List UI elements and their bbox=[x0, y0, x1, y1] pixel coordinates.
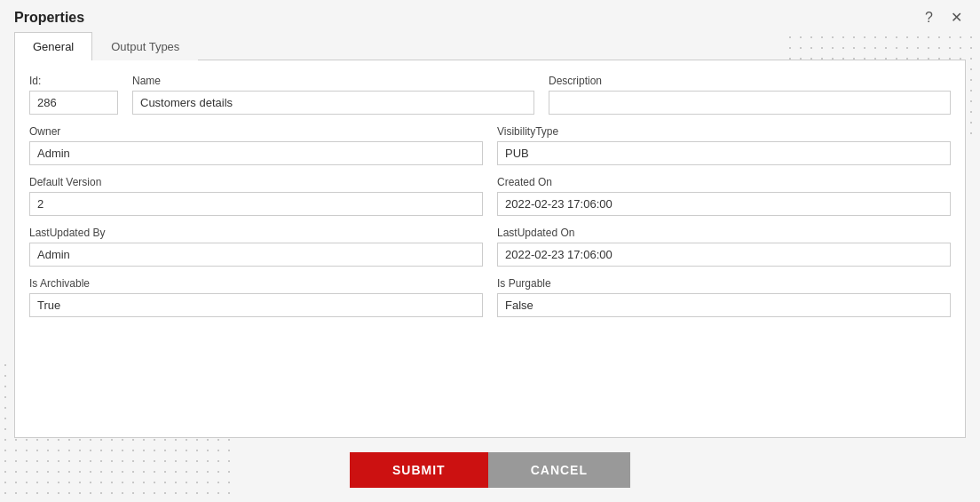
dialog-wrapper: Properties ? ✕ General Output Types bbox=[0, 0, 980, 502]
form-area: Id: Name Description Owner bbox=[14, 60, 966, 438]
submit-button[interactable]: SUBMIT bbox=[350, 452, 488, 488]
row-archivable-purgable: Is Archivable Is Purgable bbox=[29, 277, 951, 317]
dialog-body: General Output Types Id: Name bbox=[0, 32, 980, 438]
tab-general[interactable]: General bbox=[14, 32, 92, 60]
last-updated-on-group: LastUpdated On bbox=[497, 227, 951, 267]
description-label: Description bbox=[549, 75, 951, 87]
created-on-group: Created On bbox=[497, 176, 951, 216]
row-id-name-desc: Id: Name Description bbox=[29, 75, 951, 115]
last-updated-by-label: LastUpdated By bbox=[29, 227, 483, 239]
description-group: Description bbox=[549, 75, 951, 115]
last-updated-on-label: LastUpdated On bbox=[497, 227, 951, 239]
help-button[interactable]: ? bbox=[921, 9, 937, 27]
dialog-footer: SUBMIT CANCEL bbox=[0, 438, 980, 502]
created-on-label: Created On bbox=[497, 176, 951, 188]
created-on-input[interactable] bbox=[497, 192, 951, 216]
row-lastupdated: LastUpdated By LastUpdated On bbox=[29, 227, 951, 267]
name-input[interactable] bbox=[132, 91, 534, 115]
dialog-title: Properties bbox=[14, 10, 84, 26]
name-label: Name bbox=[132, 75, 534, 87]
properties-dialog: Properties ? ✕ General Output Types bbox=[0, 0, 980, 502]
id-group: Id: bbox=[29, 75, 118, 115]
is-purgable-input[interactable] bbox=[497, 293, 951, 317]
default-version-group: Default Version bbox=[29, 176, 483, 216]
name-group: Name bbox=[132, 75, 534, 115]
default-version-label: Default Version bbox=[29, 176, 483, 188]
tab-output-types[interactable]: Output Types bbox=[92, 32, 198, 60]
row-version-created: Default Version Created On bbox=[29, 176, 951, 216]
description-input[interactable] bbox=[549, 91, 951, 115]
is-purgable-label: Is Purgable bbox=[497, 277, 951, 290]
is-archivable-group: Is Archivable bbox=[29, 277, 483, 317]
id-input[interactable] bbox=[29, 91, 118, 115]
visibility-input[interactable] bbox=[497, 141, 951, 165]
header-actions: ? ✕ bbox=[921, 9, 966, 27]
last-updated-by-group: LastUpdated By bbox=[29, 227, 483, 267]
owner-input[interactable] bbox=[29, 141, 483, 165]
dialog-header: Properties ? ✕ bbox=[0, 0, 980, 32]
is-purgable-group: Is Purgable bbox=[497, 277, 951, 317]
is-archivable-input[interactable] bbox=[29, 293, 483, 317]
close-button[interactable]: ✕ bbox=[947, 9, 966, 27]
is-archivable-label: Is Archivable bbox=[29, 277, 483, 290]
visibility-label: VisibilityType bbox=[497, 125, 951, 138]
tabs: General Output Types bbox=[14, 32, 966, 60]
last-updated-on-input[interactable] bbox=[497, 243, 951, 267]
owner-group: Owner bbox=[29, 125, 483, 165]
visibility-group: VisibilityType bbox=[497, 125, 951, 165]
row-owner-visibility: Owner VisibilityType bbox=[29, 125, 951, 165]
default-version-input[interactable] bbox=[29, 192, 483, 216]
id-label: Id: bbox=[29, 75, 118, 87]
cancel-button[interactable]: CANCEL bbox=[488, 452, 630, 488]
last-updated-by-input[interactable] bbox=[29, 243, 483, 267]
owner-label: Owner bbox=[29, 125, 483, 138]
